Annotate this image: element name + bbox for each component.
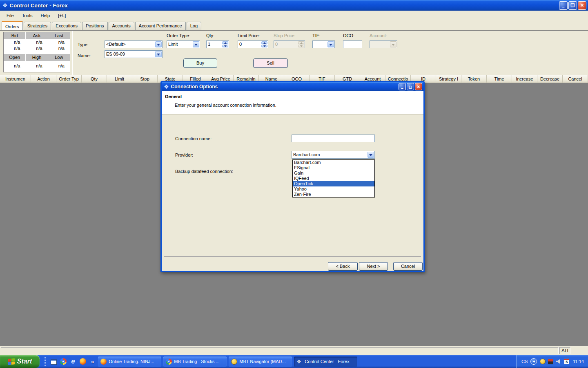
provider-option-zen-fire[interactable]: Zen-Fire	[293, 192, 374, 197]
chevron-down-icon[interactable]	[155, 51, 162, 57]
limit-price-stepper[interactable]: 0	[238, 40, 268, 48]
provider-option-barchart-com[interactable]: Barchart.com	[293, 160, 374, 165]
quick-launch: e	[40, 357, 89, 366]
column-header-limit[interactable]: Limit	[107, 75, 132, 83]
oco-input[interactable]	[343, 40, 362, 48]
tab-orders[interactable]: Orders	[2, 21, 23, 30]
taskbar-button-label: Control Center - Forex	[305, 359, 349, 364]
taskbar-button-online-trading-ninj[interactable]: Online Trading. NINJ...	[98, 357, 161, 367]
provider-option-opentick[interactable]: OpenTick	[293, 181, 374, 186]
connection-name-input[interactable]	[292, 135, 375, 142]
firefox-icon[interactable]	[80, 358, 86, 365]
market-value-cell: n/a	[48, 63, 70, 69]
internet-explorer-icon[interactable]: e	[70, 358, 76, 365]
provider-option-iqfeed[interactable]: IQFeed	[293, 176, 374, 181]
menu-tools[interactable]: Tools	[18, 11, 37, 20]
spin-up-icon[interactable]	[222, 41, 228, 44]
tab-account-performance[interactable]: Account Performance	[135, 22, 186, 30]
dialog-section-description: Enter your general account connection in…	[175, 103, 276, 108]
dialog-divider	[164, 256, 421, 257]
device-tray-icon[interactable]	[548, 359, 553, 364]
dialog-minimize-button[interactable]: –	[399, 83, 406, 90]
sell-button[interactable]: Sell	[253, 58, 288, 68]
order-type-value: Limit	[168, 42, 178, 47]
close-button[interactable]: ✕	[578, 1, 586, 10]
provider-option-esignal[interactable]: ESignal	[293, 165, 374, 171]
market-value-cell: n/a	[26, 63, 47, 69]
spin-down-icon[interactable]	[261, 45, 267, 47]
menu-file[interactable]: File	[2, 11, 18, 20]
calendar-tray-icon[interactable]: 5	[564, 359, 569, 364]
overflow-chevron-icon[interactable]: »	[91, 359, 94, 365]
column-header-order-typ[interactable]: Order Typ	[56, 75, 82, 83]
column-header-action[interactable]: Action	[31, 75, 56, 83]
chevron-down-icon[interactable]	[368, 152, 374, 158]
start-button[interactable]: Start	[0, 355, 40, 368]
chevron-down-icon[interactable]	[193, 41, 199, 47]
chevron-down-icon[interactable]	[327, 41, 334, 47]
column-header-time[interactable]: Time	[487, 75, 512, 83]
next-button[interactable]: Next >	[359, 262, 388, 271]
column-header-increase[interactable]: Increase	[512, 75, 537, 83]
dialog-close-button[interactable]: ✕	[415, 83, 422, 90]
chevron-down-icon[interactable]	[155, 41, 162, 47]
mbt-icon	[231, 359, 237, 365]
provider-option-yahoo[interactable]: Yahoo	[293, 186, 374, 192]
quick-launch-handle[interactable]	[45, 357, 46, 366]
taskbar-button-mb-trading-stocks[interactable]: MB Trading - Stocks ...	[163, 357, 227, 367]
status-bar: ATI	[0, 346, 588, 355]
market-value-row: n/an/an/a	[4, 39, 70, 45]
dialog-maximize-button[interactable]: ◻	[407, 83, 414, 90]
speaker-tray-icon[interactable]	[556, 359, 561, 364]
qty-stepper[interactable]: 1	[206, 40, 229, 48]
taskbar: Start e » Online Trading. NINJ...MB Trad…	[0, 355, 588, 368]
minimize-button[interactable]: –	[559, 1, 568, 10]
column-header-stop[interactable]: Stop	[132, 75, 158, 83]
tab-log[interactable]: Log	[187, 22, 201, 30]
restore-button[interactable]: ❐	[568, 1, 577, 10]
taskbar-button-mbt-navigator-mad[interactable]: MBT Navigator (MAD...	[229, 357, 292, 367]
spin-down-icon[interactable]	[222, 45, 228, 47]
taskbar-button-control-center-forex[interactable]: Control Center - Forex	[294, 357, 357, 367]
tab-accounts[interactable]: Accounts	[109, 22, 134, 30]
cancel-button[interactable]: Cancel	[393, 262, 423, 271]
column-header-qty[interactable]: Qty	[82, 75, 107, 83]
connection-options-dialog: ❖ Connection Options – ◻ ✕ General Enter…	[160, 81, 425, 272]
language-indicator[interactable]: CS	[521, 359, 528, 364]
menu-help[interactable]: Help	[36, 11, 54, 20]
tab-strategies[interactable]: Strategies	[24, 22, 51, 30]
dialog-diamond-icon: ❖	[164, 84, 169, 90]
menu-[interactable]: [+/-]	[54, 11, 70, 20]
hide-icons-chevron[interactable]: ◀	[530, 358, 537, 365]
spin-up-icon[interactable]	[261, 41, 267, 44]
mbt-tray-icon[interactable]	[540, 359, 546, 364]
back-button[interactable]: < Back	[328, 262, 358, 271]
panel-splitter[interactable]	[72, 31, 73, 75]
buy-button[interactable]: Buy	[183, 58, 217, 68]
market-value-cell: n/a	[48, 45, 70, 52]
order-type-combo[interactable]: Limit	[167, 40, 200, 48]
dialog-titlebar[interactable]: ❖ Connection Options – ◻ ✕	[162, 82, 423, 91]
atm-type-combo[interactable]: <Default>	[105, 40, 163, 48]
atm-type-value: <Default>	[106, 42, 126, 47]
provider-option-gain[interactable]: Gain	[293, 171, 374, 176]
instrument-combo[interactable]: ES 09-09	[105, 50, 163, 58]
market-value-cell: n/a	[4, 45, 25, 52]
column-header-instrumen[interactable]: Instrumen	[0, 75, 31, 83]
column-header-strategy-i[interactable]: Strategy I	[436, 75, 461, 83]
market-value-cell: n/a	[26, 39, 47, 45]
column-header-token[interactable]: Token	[461, 75, 487, 83]
show-desktop-icon[interactable]	[51, 359, 57, 365]
column-header-cancel[interactable]: Cancel	[563, 75, 588, 83]
tif-combo[interactable]	[312, 40, 335, 48]
tab-executions[interactable]: Executions	[52, 22, 81, 30]
clock[interactable]: 11:14	[573, 359, 584, 364]
provider-label: Provider:	[175, 153, 193, 157]
chrome-icon[interactable]	[60, 358, 67, 365]
market-header-cell: Open	[4, 54, 25, 61]
window-titlebar[interactable]: ❖ Control Center - Forex – ❐ ✕	[0, 0, 588, 11]
tab-positions[interactable]: Positions	[82, 22, 108, 30]
taskbar-buttons: Online Trading. NINJ...MB Trading - Stoc…	[98, 357, 357, 367]
column-header-decrease[interactable]: Decrease	[537, 75, 563, 83]
provider-combo[interactable]: Barchart.com	[292, 151, 375, 159]
